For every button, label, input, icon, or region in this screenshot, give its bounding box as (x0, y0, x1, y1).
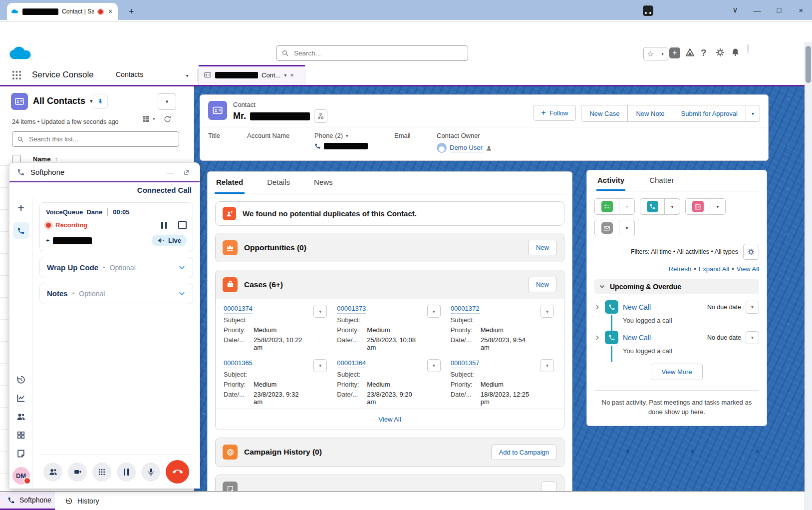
tab-related[interactable]: Related (215, 172, 245, 194)
cases-title[interactable]: Cases (6+) (244, 280, 283, 289)
section-collapse-chevron-icon[interactable] (599, 283, 605, 290)
hold-call-button[interactable] (117, 463, 136, 482)
list-view-title[interactable]: All Contacts ▾ (33, 96, 93, 106)
user-avatar[interactable] (747, 44, 749, 53)
mute-button[interactable] (141, 463, 160, 482)
switch-device-button[interactable] (68, 463, 87, 482)
refresh-link[interactable]: Refresh (669, 265, 692, 273)
more-actions-dropdown-button[interactable]: ▾ (746, 105, 760, 121)
list-search-input[interactable] (28, 135, 174, 143)
live-transcription-chip[interactable]: Live (152, 235, 187, 246)
add-to-campaign-button[interactable]: Add to Campaign (491, 445, 557, 460)
global-search-input[interactable] (293, 49, 463, 57)
page-scrollbar-track[interactable] (805, 42, 812, 510)
browser-tab[interactable]: Contact | Sal × (7, 3, 118, 20)
page-scrollbar-thumb[interactable] (806, 46, 811, 83)
filters-settings-button[interactable] (743, 244, 759, 260)
new-opportunity-button[interactable]: New (528, 240, 557, 255)
task-dropdown-button[interactable]: ▾ (619, 199, 634, 214)
nav-tab-dropdown-icon[interactable]: ▾ (181, 69, 194, 82)
case-actions-dropdown[interactable]: ▾ (313, 359, 327, 372)
favorites-button-group[interactable]: ☆ ▾ (643, 47, 668, 60)
transfer-call-button[interactable] (43, 463, 62, 482)
expand-item-chevron-icon[interactable] (594, 304, 600, 310)
case-actions-dropdown[interactable]: ▾ (427, 305, 441, 318)
end-call-button[interactable] (166, 460, 189, 484)
pause-recording-button[interactable] (161, 222, 167, 229)
new-case-button[interactable]: New Case (581, 105, 627, 121)
tab-news[interactable]: News (312, 172, 334, 194)
utility-history-tab[interactable]: History (55, 492, 109, 510)
view-all-link[interactable]: View All (737, 265, 759, 273)
pin-list-button[interactable] (93, 94, 108, 109)
help-icon[interactable]: ? (701, 47, 707, 58)
email-dropdown-button[interactable]: ▾ (619, 220, 634, 236)
case-actions-dropdown[interactable]: ▾ (541, 305, 554, 318)
new-task-button[interactable] (595, 199, 619, 214)
activity-item-dropdown[interactable]: ▾ (746, 331, 759, 344)
follow-button[interactable]: + Follow (534, 105, 576, 121)
owner-link[interactable]: Demo User (450, 144, 483, 152)
tab-close-button[interactable]: × (108, 7, 112, 15)
cases-view-all-link[interactable]: View All (216, 409, 564, 430)
workspace-tab-close-icon[interactable]: × (290, 71, 294, 79)
tab-chatter[interactable]: Chatter (648, 170, 675, 191)
contacts-icon[interactable] (16, 412, 26, 422)
case-number-link[interactable]: 00001365 (224, 359, 253, 368)
new-event-button[interactable] (686, 199, 710, 214)
workspace-tab-contact-record[interactable]: Cont... ▾ × (198, 65, 305, 85)
trailhead-guidance-icon[interactable] (685, 47, 695, 58)
partial-card-button[interactable] (541, 482, 557, 491)
minimize-softphone-button[interactable]: — (165, 167, 176, 178)
notes-section[interactable]: Notes • Optional (39, 283, 193, 304)
wrap-up-code-section[interactable]: Wrap Up Code • Optional (39, 257, 193, 278)
new-case-related-button[interactable]: New (528, 277, 557, 292)
tab-details[interactable]: Details (266, 172, 291, 194)
global-search-box[interactable] (276, 45, 468, 61)
window-tab-search-button[interactable]: ∨ (724, 0, 746, 20)
workspace-tab-dropdown-icon[interactable]: ▾ (284, 72, 286, 78)
upcoming-overdue-section-header[interactable]: Upcoming & Overdue (594, 279, 759, 294)
notes-icon[interactable] (16, 449, 26, 459)
email-button[interactable] (595, 220, 619, 236)
refresh-list-button[interactable] (163, 115, 172, 123)
window-minimize-button[interactable]: — (746, 0, 768, 20)
window-maximize-button[interactable]: □ (768, 0, 790, 20)
expand-item-chevron-icon[interactable] (594, 335, 600, 341)
case-number-link[interactable]: 00001374 (224, 305, 253, 314)
window-close-button[interactable]: × (790, 0, 812, 20)
new-call-plus-icon[interactable]: + (17, 202, 24, 214)
event-dropdown-button[interactable]: ▾ (710, 199, 725, 214)
list-actions-dropdown-button[interactable]: ▾ (158, 93, 176, 110)
case-actions-dropdown[interactable]: ▾ (313, 305, 327, 318)
utility-softphone-tab[interactable]: Softphone (0, 492, 55, 510)
favorites-dropdown-icon[interactable]: ▾ (657, 47, 668, 60)
call-history-icon[interactable] (16, 375, 26, 385)
name-column-header[interactable]: Name ↑ (33, 155, 57, 163)
view-more-button[interactable]: View More (651, 364, 703, 380)
display-as-button[interactable]: ▾ (142, 114, 155, 123)
submit-for-approval-button[interactable]: Submit for Approval (673, 105, 746, 121)
case-number-link[interactable]: 00001373 (337, 305, 366, 314)
campaign-history-title[interactable]: Campaign History (0) (244, 448, 322, 457)
notifications-bell-icon[interactable] (731, 47, 740, 57)
global-actions-button[interactable]: + (669, 47, 680, 58)
new-note-button[interactable]: New Note (627, 105, 672, 121)
stop-recording-button[interactable] (178, 221, 187, 229)
analytics-icon[interactable] (16, 393, 26, 403)
popout-softphone-button[interactable] (181, 167, 192, 178)
view-hierarchy-button[interactable] (314, 109, 327, 123)
opportunities-title[interactable]: Opportunities (0) (244, 243, 306, 252)
tab-activity[interactable]: Activity (596, 170, 625, 191)
dialpad-button[interactable] (92, 463, 111, 482)
active-call-tab-icon[interactable] (13, 222, 29, 239)
nav-tab-contacts[interactable]: Contacts (116, 70, 143, 78)
case-number-link[interactable]: 00001357 (451, 359, 480, 368)
log-call-button[interactable] (640, 199, 665, 214)
list-view-selector-icon[interactable]: ▾ (90, 98, 93, 104)
phone-dropdown-icon[interactable]: ▾ (346, 133, 348, 138)
app-launcher-waffle-icon[interactable] (11, 69, 22, 81)
agent-avatar[interactable]: DM (12, 467, 30, 485)
case-number-link[interactable]: 00001372 (451, 305, 480, 314)
activity-item-link[interactable]: New Call (623, 334, 651, 342)
